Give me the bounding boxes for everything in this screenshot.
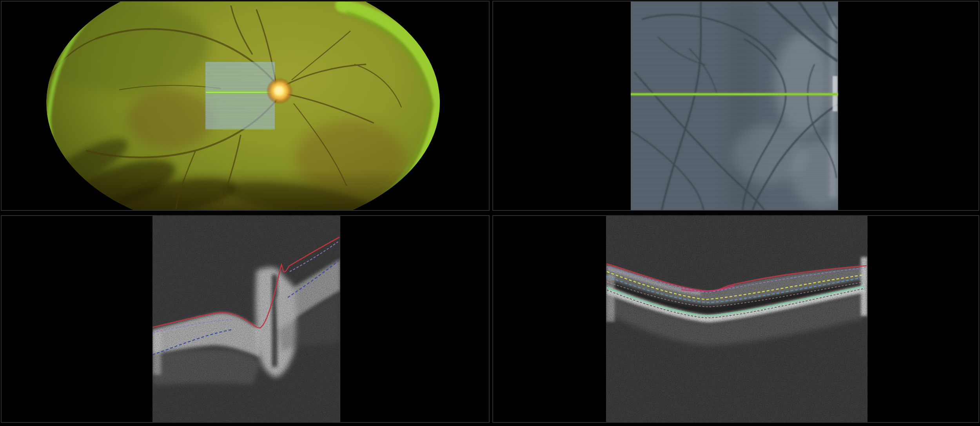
oct-bscan-image[interactable] bbox=[2, 216, 489, 422]
scan-region-overlay[interactable] bbox=[205, 62, 275, 129]
active-scan-line[interactable] bbox=[206, 91, 276, 94]
active-scan-line[interactable] bbox=[631, 92, 838, 96]
bscan-content bbox=[152, 216, 340, 422]
bscan-content bbox=[606, 216, 867, 422]
oct-bscan-image[interactable] bbox=[493, 216, 978, 422]
speckle-noise-layer bbox=[606, 216, 867, 422]
panel-enface-projection[interactable] bbox=[492, 1, 979, 211]
optic-disc-core bbox=[274, 87, 282, 94]
fundus-image[interactable] bbox=[2, 2, 489, 210]
enface-light-blotch bbox=[791, 139, 854, 209]
scan-line[interactable] bbox=[631, 93, 838, 95]
scan-region-raster-lines bbox=[205, 62, 275, 129]
speckle-noise-layer bbox=[152, 216, 340, 422]
panel-bscan-disc[interactable] bbox=[1, 215, 490, 423]
optic-disc bbox=[266, 78, 293, 104]
panel-fundus-photo[interactable] bbox=[1, 1, 490, 211]
enface-content bbox=[631, 2, 854, 210]
panel-bscan-macula[interactable] bbox=[492, 215, 979, 423]
scan-line-core bbox=[206, 92, 276, 93]
oct-review-quad-view bbox=[0, 0, 980, 426]
enface-image[interactable] bbox=[493, 2, 978, 210]
eyelid-artifact-tab bbox=[425, 153, 434, 168]
